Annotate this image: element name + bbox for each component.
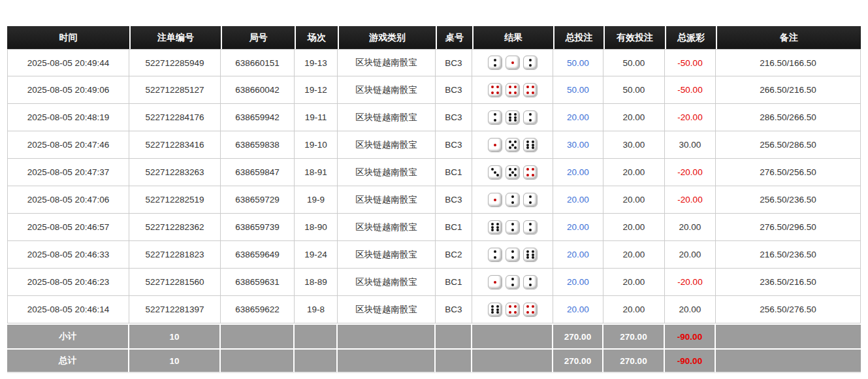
cell-total_bet[interactable]: 50.00 (553, 49, 603, 76)
cell-table_no: BC3 (436, 49, 472, 76)
die-pip (514, 113, 517, 116)
die-face-6-icon (506, 110, 520, 125)
die-face-4-icon (506, 303, 520, 317)
cell-total_bet[interactable]: 20.00 (553, 241, 603, 269)
cell-game: 区块链越南骰宝 (338, 186, 436, 214)
die-face-1-icon (488, 275, 502, 289)
die-face-4-icon (488, 83, 502, 97)
die-face-3-icon (488, 165, 502, 180)
die-pip (529, 195, 532, 198)
col-header-session: 场次 (295, 26, 338, 49)
die-pip (491, 308, 494, 311)
cell-round_id: 638659729 (221, 186, 295, 214)
die-pip (514, 305, 517, 308)
die-pip (491, 91, 494, 94)
cell-payout: -20.00 (665, 186, 716, 214)
cell-total_bet[interactable]: 20.00 (553, 159, 603, 186)
cell-payout: -50.00 (665, 49, 716, 76)
grand_total-empty (472, 348, 553, 373)
die-pip (529, 59, 532, 61)
cell-session: 19-12 (295, 76, 338, 104)
dice-result (472, 248, 553, 262)
cell-total_bet[interactable]: 20.00 (553, 104, 603, 131)
die-pip (494, 119, 496, 122)
cell-total_bet[interactable]: 30.00 (553, 131, 603, 159)
cell-round_id: 638659838 (221, 131, 295, 159)
die-pip (496, 305, 499, 308)
dice-result (472, 56, 553, 70)
table-row: 2025-08-05 20:46:57522712282362638659739… (7, 214, 861, 241)
cell-valid_bet: 20.00 (603, 104, 665, 131)
die-face-2-icon (506, 275, 520, 289)
cell-valid_bet: 20.00 (603, 269, 665, 296)
die-pip (509, 305, 511, 308)
die-face-2-icon (488, 248, 502, 262)
cell-session: 18-89 (295, 269, 338, 296)
cell-time: 2025-08-05 20:46:33 (7, 241, 129, 269)
die-pip (529, 278, 532, 280)
die-face-6-icon (523, 138, 538, 152)
cell-total_bet[interactable]: 20.00 (553, 214, 603, 241)
cell-game: 区块链越南骰宝 (338, 269, 436, 296)
cell-remark: 266.50/216.50 (716, 76, 861, 104)
cell-total_bet[interactable]: 20.00 (553, 296, 603, 323)
cell-total_bet[interactable]: 20.00 (553, 186, 603, 214)
die-pip (532, 144, 534, 146)
die-pip (526, 256, 529, 259)
grand_total-empty (221, 348, 295, 373)
subtotal-empty (436, 323, 472, 348)
die-pip (532, 91, 534, 94)
cell-remark: 256.50/286.50 (716, 131, 861, 159)
cell-round_id: 638659739 (221, 214, 295, 241)
die-face-5-icon (506, 138, 520, 152)
die-face-4-icon (523, 165, 538, 180)
subtotal-empty (338, 323, 436, 348)
cell-result (472, 186, 553, 214)
col-header-game: 游戏类别 (338, 26, 436, 49)
cell-remark: 256.50/276.50 (716, 296, 861, 323)
cell-remark: 216.50/236.50 (716, 241, 861, 269)
die-face-2-icon (506, 193, 520, 207)
cell-result (472, 49, 553, 76)
die-pip (494, 256, 496, 259)
die-pip (511, 256, 514, 259)
die-pip (509, 146, 511, 149)
die-pip (514, 116, 517, 119)
cell-payout: 20.00 (665, 241, 716, 269)
cell-result (472, 76, 553, 104)
cell-total_bet[interactable]: 20.00 (553, 269, 603, 296)
die-pip (491, 229, 494, 231)
cell-time: 2025-08-05 20:46:23 (7, 269, 129, 296)
subtotal-count: 10 (129, 323, 221, 348)
die-pip (509, 174, 511, 176)
die-pip (529, 201, 532, 204)
cell-total_bet[interactable]: 50.00 (553, 76, 603, 104)
cell-remark: 216.50/166.50 (716, 49, 861, 76)
cell-time: 2025-08-05 20:46:14 (7, 296, 129, 323)
die-pip (532, 168, 534, 171)
die-pip (494, 59, 496, 61)
header-row: 时间注单编号局号场次游戏类别桌号结果总投注有效投注总派彩备注 (7, 26, 861, 49)
die-pip (509, 119, 511, 122)
table-footer: 小计10270.00270.00-90.00总计10270.00270.00-9… (7, 323, 861, 373)
grand_total-empty (295, 348, 338, 373)
die-pip (514, 174, 517, 176)
cell-time: 2025-08-05 20:47:46 (7, 131, 129, 159)
col-header-payout: 总派彩 (665, 26, 716, 49)
cell-result (472, 214, 553, 241)
die-face-4-icon (523, 303, 538, 317)
cell-table_no: BC3 (436, 76, 472, 104)
die-pip (529, 284, 532, 286)
col-header-total_bet: 总投注 (553, 26, 603, 49)
die-face-1-icon (506, 56, 520, 70)
die-pip (526, 146, 529, 149)
cell-round_id: 638659631 (221, 269, 295, 296)
cell-table_no: BC3 (436, 131, 472, 159)
die-pip (496, 223, 499, 225)
cell-valid_bet: 20.00 (603, 296, 665, 323)
die-face-2-icon (523, 110, 538, 125)
table-row: 2025-08-05 20:46:23522712281560638659631… (7, 269, 861, 296)
cell-valid_bet: 50.00 (603, 76, 665, 104)
die-face-1-icon (488, 193, 502, 207)
subtotal-valid_bet: 270.00 (603, 323, 665, 348)
